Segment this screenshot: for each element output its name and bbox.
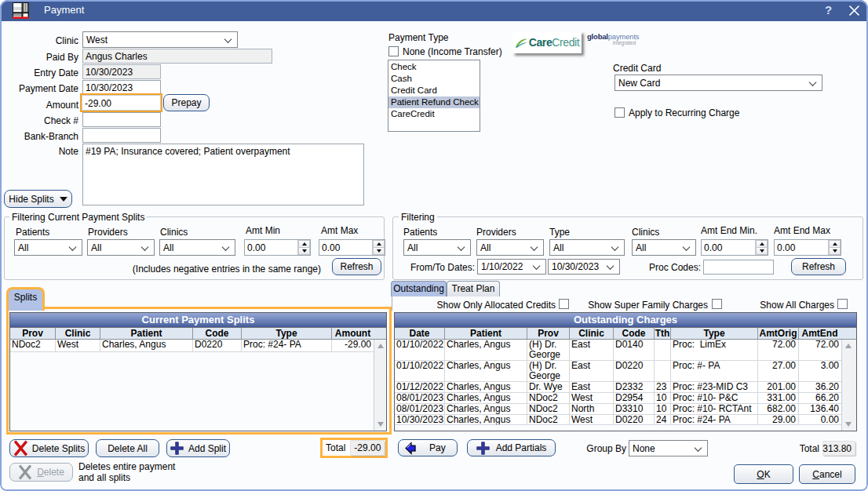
splits-grid[interactable]: Current Payment Splits Prov Clinic Patie… [9,312,387,431]
apply-recurring-checkbox[interactable] [615,107,625,118]
outstanding-row[interactable]: 08/01/2023 Charles, Angus NDoc2 West D29… [395,393,856,404]
payment-type-listbox[interactable]: Check Cash Credit Card Patient Refund Ch… [388,60,480,132]
outstanding-row[interactable]: 08/01/2023 Charles, Angus NDoc2 North D3… [395,404,856,415]
right-filter-legend: Filtering [399,212,437,223]
show-super-family-checkbox[interactable] [712,299,722,309]
spin-down-button[interactable] [829,247,841,255]
from-to-dates-label: From/To Dates: [396,262,475,273]
col-date: Date [395,328,445,339]
scroll-down-icon[interactable] [377,422,384,427]
right-refresh-button[interactable]: Refresh [791,258,846,275]
outstanding-row[interactable]: 01/12/2022 Charles, Angus Dr. Wye East D… [395,382,856,393]
app-icon [13,2,29,19]
bank-branch-field[interactable] [82,128,161,143]
scroll-up-icon[interactable] [845,344,852,348]
show-allocated-checkbox[interactable] [559,299,569,309]
red-x-icon [13,440,28,456]
group-by-select[interactable]: None [629,440,708,456]
amt-max-spinner[interactable]: 0.00 [319,239,385,256]
outstanding-row[interactable]: 10/30/2023 Charles, Angus NDoc2 West D02… [395,415,856,425]
cancel-button[interactable]: Cancel [799,464,855,484]
tab-outstanding[interactable]: Outstanding [391,281,447,296]
prepay-button[interactable]: Prepay [163,94,210,111]
spin-down-button[interactable] [298,247,310,255]
clinics-select[interactable]: All [159,239,235,256]
r-clinics-select[interactable]: All [632,239,696,256]
none-income-transfer-checkbox[interactable] [388,46,399,56]
patients-select[interactable]: All [14,239,82,256]
credit-card-select[interactable]: New Card [615,75,822,91]
tab-splits[interactable]: Splits [6,287,45,311]
ok-button[interactable]: OK [734,464,793,484]
date-from-select[interactable]: 1/10/2022 [477,259,546,275]
scroll-down-icon[interactable] [845,422,852,427]
spin-down-button[interactable] [756,247,768,255]
spin-down-icon [377,249,381,253]
r-patients-select[interactable]: All [403,239,471,256]
hide-splits-button[interactable]: Hide Splits [4,190,72,208]
outstanding-scrollbar[interactable] [841,340,856,431]
payment-type-option[interactable]: Check [388,61,480,73]
outstanding-row[interactable]: 01/10/2022 Charles, Angus (H) Dr. George… [395,340,856,361]
logos-carecredit-care: Care [529,36,553,49]
amt-end-min-spinner[interactable]: 0.00 [701,239,768,256]
spin-up-button[interactable] [373,240,385,247]
spinner-buttons[interactable] [755,240,768,255]
entry-date-field: 10/30/2023 [82,64,161,79]
col-type: Type [242,328,332,339]
spinner-buttons[interactable] [828,240,841,255]
help-button[interactable]: ? [825,3,832,16]
splits-row[interactable]: NDoc2 West Charles, Angus D0220 Proc: #2… [10,340,386,352]
outstanding-rows-5-prov: NDoc2 [527,415,570,424]
amt-end-max-label: Amt End Max [774,225,830,236]
bank-branch-label: Bank-Branch [0,131,78,142]
spin-up-button[interactable] [829,240,841,247]
proc-codes-label: Proc Codes: [622,262,701,273]
delete-payment-button[interactable]: Delete [9,463,73,482]
right-filter-amt-end-min-value: 0.00 [704,242,722,253]
spin-up-button[interactable] [756,240,768,247]
title-bar[interactable]: Payment ? [0,0,868,21]
delete-splits-button[interactable]: Delete Splits [9,439,89,457]
show-all-charges-checkbox[interactable] [837,299,848,309]
splits-grid-header: Prov Clinic Patient Code Type Amount [10,328,386,340]
tab-treat-plan[interactable]: Treat Plan [447,281,500,296]
spin-down-button[interactable] [373,247,385,255]
splits-scrollbar[interactable] [374,340,386,431]
spinner-buttons[interactable] [372,240,385,255]
payment-type-option[interactable]: Credit Card [388,85,480,96]
amt-min-spinner[interactable]: 0.00 [244,239,311,256]
add-partials-button[interactable]: Add Partials [467,439,556,456]
amount-field[interactable]: -29.00 [82,95,161,111]
outstanding-add-partials-label: Add Partials [496,442,547,453]
amt-end-max-spinner[interactable]: 0.00 [774,239,841,256]
payment-date-label: Payment Date [0,83,78,94]
left-refresh-button[interactable]: Refresh [332,258,381,275]
outstanding-grid[interactable]: Outstanding Charges Date Patient Prov Cl… [394,312,857,431]
spinner-buttons[interactable] [297,240,310,255]
clinic-select[interactable]: West [82,31,238,48]
close-button[interactable] [848,5,860,16]
payment-type-option[interactable]: Cash [388,73,480,85]
chevron-down-icon [611,243,619,251]
add-split-button[interactable]: Add Split [166,439,230,457]
payment-type-option-selected[interactable]: Patient Refund Check [388,96,480,108]
r-providers-select[interactable]: All [476,239,544,256]
note-field[interactable]: #19 PA; Insurance covered; Patient overp… [82,144,364,205]
hide-splits-label: Hide Splits [9,194,53,205]
outstanding-rows-4-code: D3310 [614,404,655,414]
outstanding-rows-2-patient: Charles, Angus [445,382,527,392]
r-type-select[interactable]: All [549,239,625,256]
right-filter-type-value: All [553,242,563,253]
spin-up-button[interactable] [298,240,310,247]
date-to-select[interactable]: 10/30/2023 [548,259,620,275]
delete-all-button[interactable]: Delete All [96,439,159,457]
check-num-field[interactable] [82,112,161,127]
providers-select[interactable]: All [87,239,155,256]
left-filter-amt-min-value: 0.00 [247,242,265,253]
outstanding-row[interactable]: 01/10/2022 Charles, Angus (H) Dr. George… [395,361,856,382]
pay-button[interactable]: Pay [398,439,458,456]
proc-codes-field[interactable] [703,260,774,275]
scroll-up-icon[interactable] [377,344,384,348]
payment-type-option[interactable]: CareCredit [388,108,480,120]
